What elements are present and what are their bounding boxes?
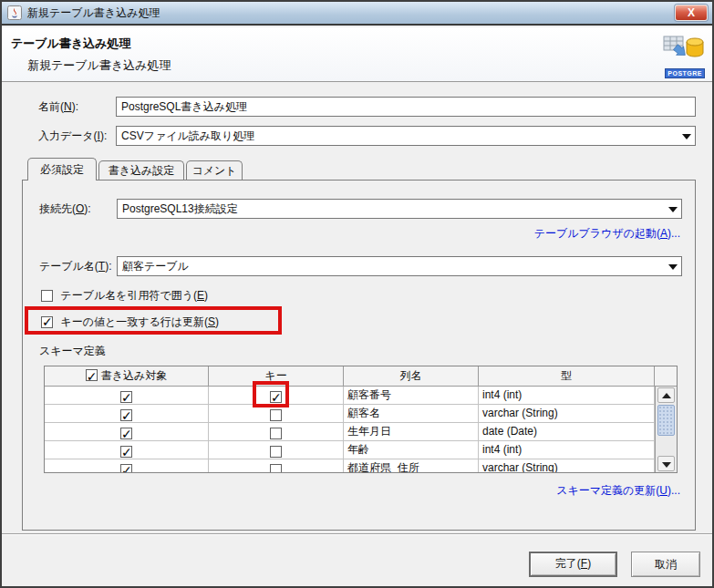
key-checkbox[interactable] (270, 446, 282, 458)
key-checkbox[interactable] (270, 464, 282, 473)
write-checkbox-cell[interactable] (45, 405, 209, 422)
tab-comment[interactable]: コメント (186, 160, 243, 181)
java-app-icon (7, 5, 22, 20)
key-checkbox[interactable] (270, 391, 282, 403)
input-data-combobox[interactable]: CSVファイル読み取り処理 (116, 126, 696, 146)
column-type-cell[interactable]: date (Date) (479, 423, 655, 440)
write-checkbox[interactable] (120, 391, 132, 403)
write-checkbox-cell[interactable] (45, 459, 209, 473)
write-checkbox-cell[interactable] (45, 423, 209, 440)
connection-label: 接続先(O): (39, 199, 91, 219)
column-type-cell[interactable]: int4 (int) (479, 387, 655, 404)
scroll-up-arrow-icon (662, 393, 671, 398)
scroll-down-arrow-icon (662, 462, 671, 468)
write-target-header[interactable]: 書き込み対象 (45, 366, 209, 386)
scrollbar-thumb[interactable] (657, 405, 675, 436)
tab-write-settings[interactable]: 書き込み設定 (98, 160, 184, 181)
name-input[interactable]: PostgreSQL書き込み処理 (116, 97, 696, 117)
write-all-checkbox[interactable] (86, 369, 98, 381)
schema-table: 書き込み対象 キー 列名 型 顧客番号int4 (int)顧客名varchar … (44, 366, 678, 473)
dropdown-arrow-icon[interactable] (668, 264, 678, 270)
table-row[interactable]: 生年月日date (Date) (45, 423, 655, 441)
page-title: テーブル書き込み処理 (11, 36, 131, 52)
write-checkbox[interactable] (120, 464, 132, 473)
schema-table-header: 書き込み対象 キー 列名 型 (45, 366, 677, 387)
column-name-cell[interactable]: 顧客名 (344, 405, 479, 422)
schema-table-body: 顧客番号int4 (int)顧客名varchar (String)生年月日dat… (45, 387, 677, 473)
key-header[interactable]: キー (209, 366, 344, 386)
tab-required-settings[interactable]: 必須設定 (27, 158, 97, 181)
key-checkbox[interactable] (270, 409, 282, 421)
key-checkbox[interactable] (270, 428, 282, 439)
key-update-label: キーの値と一致する行は更新(S) (60, 315, 219, 328)
connection-combobox[interactable]: PostgreSQL13接続設定 (117, 199, 682, 219)
schema-update-link[interactable]: スキーマ定義の更新(U)... (556, 483, 680, 499)
input-data-label: 入力データ(I): (38, 126, 107, 146)
key-checkbox-cell[interactable] (209, 459, 344, 473)
write-checkbox-cell[interactable] (45, 441, 209, 459)
write-checkbox-cell[interactable] (45, 387, 209, 404)
column-type-cell[interactable]: varchar (String) (479, 405, 655, 422)
scroll-down-button[interactable] (657, 456, 675, 471)
quote-table-name-label: テーブル名を引用符で囲う(E) (60, 289, 208, 302)
dropdown-arrow-icon[interactable] (668, 207, 678, 212)
column-type-cell[interactable]: int4 (int) (479, 441, 655, 459)
required-settings-panel: 接続先(O): PostgreSQL13接続設定 テーブルブラウザの起動(A).… (22, 180, 696, 531)
write-checkbox[interactable] (120, 446, 132, 458)
column-name-cell[interactable]: 生年月日 (344, 423, 479, 440)
column-name-cell[interactable]: 都道府県_住所 (344, 459, 479, 473)
table-row[interactable]: 都道府県_住所varchar (String) (45, 459, 655, 473)
dialog-window: 新規テーブル書き込み処理 X テーブル書き込み処理 新規テーブル書き込み処理 P… (0, 0, 714, 588)
column-name-header[interactable]: 列名 (344, 366, 479, 386)
cancel-button[interactable]: 取消 (631, 552, 700, 577)
column-name-cell[interactable]: 顧客番号 (344, 387, 479, 404)
table-browser-link[interactable]: テーブルブラウザの起動(A)... (534, 226, 680, 242)
key-checkbox-cell[interactable] (209, 405, 344, 422)
dropdown-arrow-icon[interactable] (682, 134, 691, 139)
vertical-scrollbar[interactable] (655, 387, 677, 472)
quote-table-name-checkbox[interactable] (41, 290, 53, 302)
type-header[interactable]: 型 (479, 366, 655, 386)
close-button[interactable]: X (675, 5, 708, 21)
titlebar[interactable]: 新規テーブル書き込み処理 X (2, 2, 712, 26)
window-title: 新規テーブル書き込み処理 (27, 2, 160, 24)
table-row[interactable]: 顧客名varchar (String) (45, 405, 655, 423)
key-checkbox-cell[interactable] (209, 423, 344, 440)
close-icon: X (688, 6, 695, 19)
key-checkbox-cell[interactable] (209, 441, 344, 459)
postgre-db-icon: POSTGRE (661, 31, 705, 80)
name-label: 名前(N): (38, 97, 78, 117)
key-update-checkbox[interactable] (41, 316, 53, 328)
table-name-label: テーブル名(T): (39, 256, 112, 276)
key-checkbox-cell[interactable] (209, 387, 344, 404)
header-banner: テーブル書き込み処理 新規テーブル書き込み処理 POSTGRE (2, 27, 712, 82)
write-checkbox[interactable] (120, 428, 132, 439)
page-subtitle: 新規テーブル書き込み処理 (27, 57, 171, 74)
finish-button[interactable]: 完了(F) (529, 552, 617, 577)
table-row[interactable]: 年齢int4 (int) (45, 441, 655, 459)
schema-section-label: スキーマ定義 (39, 341, 106, 361)
postgre-logo-label: POSTGRE (665, 68, 705, 78)
scroll-up-button[interactable] (657, 387, 675, 403)
key-update-row: キーの値と一致する行は更新(S) (41, 315, 219, 330)
column-type-cell[interactable]: varchar (String) (479, 459, 655, 473)
footer-separator (2, 533, 714, 535)
header-filler (655, 366, 677, 386)
table-name-combobox[interactable]: 顧客テーブル (117, 256, 682, 276)
write-checkbox[interactable] (120, 409, 132, 421)
quote-table-name-row: テーブル名を引用符で囲う(E) (41, 288, 208, 304)
table-row[interactable]: 顧客番号int4 (int) (45, 387, 655, 405)
column-name-cell[interactable]: 年齢 (344, 441, 479, 459)
